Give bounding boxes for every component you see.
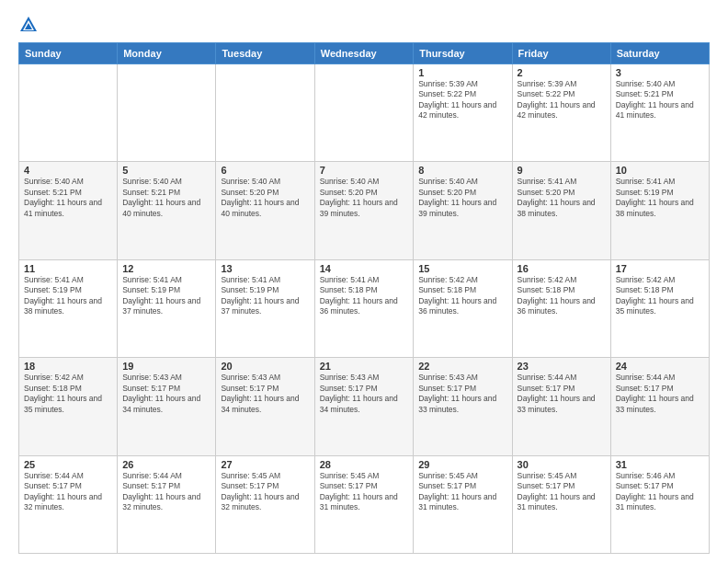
calendar-cell: 1Sunrise: 5:39 AM Sunset: 5:22 PM Daylig… <box>414 64 512 162</box>
page: Sunday Monday Tuesday Wednesday Thursday… <box>0 0 728 563</box>
day-number: 24 <box>616 361 704 372</box>
day-number: 20 <box>221 361 309 372</box>
day-number: 28 <box>320 459 409 470</box>
day-number: 27 <box>221 459 309 470</box>
calendar-table: Sunday Monday Tuesday Wednesday Thursday… <box>18 42 710 554</box>
calendar-cell: 19Sunrise: 5:43 AM Sunset: 5:17 PM Dayli… <box>118 358 216 455</box>
col-tuesday: Tuesday <box>216 43 314 64</box>
calendar-cell: 16Sunrise: 5:42 AM Sunset: 5:18 PM Dayli… <box>512 259 610 357</box>
day-info: Sunrise: 5:39 AM Sunset: 5:22 PM Dayligh… <box>518 79 606 121</box>
calendar-cell: 2Sunrise: 5:39 AM Sunset: 5:22 PM Daylig… <box>512 64 610 162</box>
logo <box>18 15 42 35</box>
calendar-cell: 20Sunrise: 5:43 AM Sunset: 5:17 PM Dayli… <box>216 358 314 455</box>
day-number: 19 <box>122 361 210 372</box>
day-number: 29 <box>418 459 506 470</box>
day-info: Sunrise: 5:41 AM Sunset: 5:20 PM Dayligh… <box>518 177 606 219</box>
day-number: 15 <box>418 263 506 274</box>
col-wednesday: Wednesday <box>314 43 414 64</box>
day-number: 25 <box>24 459 112 470</box>
day-info: Sunrise: 5:42 AM Sunset: 5:18 PM Dayligh… <box>418 275 506 317</box>
calendar-cell <box>314 64 414 162</box>
calendar-week-row: 11Sunrise: 5:41 AM Sunset: 5:19 PM Dayli… <box>19 259 710 357</box>
day-info: Sunrise: 5:40 AM Sunset: 5:20 PM Dayligh… <box>320 177 409 219</box>
calendar-cell: 12Sunrise: 5:41 AM Sunset: 5:19 PM Dayli… <box>118 259 216 357</box>
day-info: Sunrise: 5:46 AM Sunset: 5:17 PM Dayligh… <box>616 471 704 513</box>
day-info: Sunrise: 5:44 AM Sunset: 5:17 PM Dayligh… <box>122 471 210 513</box>
day-info: Sunrise: 5:42 AM Sunset: 5:18 PM Dayligh… <box>24 373 112 415</box>
calendar-header-row: Sunday Monday Tuesday Wednesday Thursday… <box>19 43 710 64</box>
day-number: 21 <box>320 361 409 372</box>
calendar-cell: 6Sunrise: 5:40 AM Sunset: 5:20 PM Daylig… <box>216 162 314 259</box>
day-info: Sunrise: 5:42 AM Sunset: 5:18 PM Dayligh… <box>616 275 704 317</box>
calendar-cell: 7Sunrise: 5:40 AM Sunset: 5:20 PM Daylig… <box>314 162 414 259</box>
day-info: Sunrise: 5:44 AM Sunset: 5:17 PM Dayligh… <box>616 373 704 415</box>
day-number: 18 <box>24 361 112 372</box>
day-info: Sunrise: 5:41 AM Sunset: 5:19 PM Dayligh… <box>122 275 210 317</box>
day-info: Sunrise: 5:40 AM Sunset: 5:21 PM Dayligh… <box>122 177 210 219</box>
calendar-week-row: 25Sunrise: 5:44 AM Sunset: 5:17 PM Dayli… <box>19 455 710 553</box>
day-number: 16 <box>518 263 606 274</box>
calendar-week-row: 4Sunrise: 5:40 AM Sunset: 5:21 PM Daylig… <box>19 162 710 259</box>
col-sunday: Sunday <box>19 43 118 64</box>
calendar-cell: 5Sunrise: 5:40 AM Sunset: 5:21 PM Daylig… <box>118 162 216 259</box>
day-number: 23 <box>518 361 606 372</box>
day-info: Sunrise: 5:45 AM Sunset: 5:17 PM Dayligh… <box>320 471 409 513</box>
day-info: Sunrise: 5:41 AM Sunset: 5:19 PM Dayligh… <box>221 275 309 317</box>
day-info: Sunrise: 5:40 AM Sunset: 5:20 PM Dayligh… <box>221 177 309 219</box>
calendar-cell: 9Sunrise: 5:41 AM Sunset: 5:20 PM Daylig… <box>512 162 610 259</box>
day-info: Sunrise: 5:41 AM Sunset: 5:19 PM Dayligh… <box>24 275 112 317</box>
calendar-cell: 23Sunrise: 5:44 AM Sunset: 5:17 PM Dayli… <box>512 358 610 455</box>
calendar-week-row: 1Sunrise: 5:39 AM Sunset: 5:22 PM Daylig… <box>19 64 710 162</box>
calendar-cell: 21Sunrise: 5:43 AM Sunset: 5:17 PM Dayli… <box>314 358 414 455</box>
day-number: 2 <box>518 67 606 78</box>
day-number: 10 <box>616 165 704 176</box>
calendar-cell <box>118 64 216 162</box>
day-number: 17 <box>616 263 704 274</box>
day-info: Sunrise: 5:43 AM Sunset: 5:17 PM Dayligh… <box>320 373 409 415</box>
calendar-cell: 3Sunrise: 5:40 AM Sunset: 5:21 PM Daylig… <box>610 64 709 162</box>
day-info: Sunrise: 5:41 AM Sunset: 5:19 PM Dayligh… <box>616 177 704 219</box>
day-info: Sunrise: 5:44 AM Sunset: 5:17 PM Dayligh… <box>518 373 606 415</box>
day-info: Sunrise: 5:44 AM Sunset: 5:17 PM Dayligh… <box>24 471 112 513</box>
day-info: Sunrise: 5:40 AM Sunset: 5:21 PM Dayligh… <box>616 79 704 121</box>
day-number: 9 <box>518 165 606 176</box>
day-info: Sunrise: 5:45 AM Sunset: 5:17 PM Dayligh… <box>518 471 606 513</box>
calendar-cell <box>19 64 118 162</box>
calendar-cell: 14Sunrise: 5:41 AM Sunset: 5:18 PM Dayli… <box>314 259 414 357</box>
day-info: Sunrise: 5:45 AM Sunset: 5:17 PM Dayligh… <box>418 471 506 513</box>
calendar-cell: 28Sunrise: 5:45 AM Sunset: 5:17 PM Dayli… <box>314 455 414 553</box>
calendar-cell: 26Sunrise: 5:44 AM Sunset: 5:17 PM Dayli… <box>118 455 216 553</box>
calendar-cell: 29Sunrise: 5:45 AM Sunset: 5:17 PM Dayli… <box>414 455 512 553</box>
day-info: Sunrise: 5:42 AM Sunset: 5:18 PM Dayligh… <box>518 275 606 317</box>
day-number: 5 <box>122 165 210 176</box>
day-number: 22 <box>418 361 506 372</box>
day-info: Sunrise: 5:45 AM Sunset: 5:17 PM Dayligh… <box>221 471 309 513</box>
calendar-week-row: 18Sunrise: 5:42 AM Sunset: 5:18 PM Dayli… <box>19 358 710 455</box>
day-number: 1 <box>418 67 506 78</box>
header <box>18 15 710 35</box>
calendar-cell: 24Sunrise: 5:44 AM Sunset: 5:17 PM Dayli… <box>610 358 709 455</box>
day-number: 11 <box>24 263 112 274</box>
day-number: 14 <box>320 263 409 274</box>
calendar-cell: 4Sunrise: 5:40 AM Sunset: 5:21 PM Daylig… <box>19 162 118 259</box>
day-info: Sunrise: 5:43 AM Sunset: 5:17 PM Dayligh… <box>221 373 309 415</box>
calendar-cell: 17Sunrise: 5:42 AM Sunset: 5:18 PM Dayli… <box>610 259 709 357</box>
calendar-cell: 13Sunrise: 5:41 AM Sunset: 5:19 PM Dayli… <box>216 259 314 357</box>
calendar-cell: 18Sunrise: 5:42 AM Sunset: 5:18 PM Dayli… <box>19 358 118 455</box>
calendar-cell: 10Sunrise: 5:41 AM Sunset: 5:19 PM Dayli… <box>610 162 709 259</box>
day-number: 12 <box>122 263 210 274</box>
general-blue-logo-icon <box>18 15 39 35</box>
day-number: 26 <box>122 459 210 470</box>
day-info: Sunrise: 5:40 AM Sunset: 5:21 PM Dayligh… <box>24 177 112 219</box>
day-number: 13 <box>221 263 309 274</box>
day-number: 30 <box>518 459 606 470</box>
calendar-cell: 8Sunrise: 5:40 AM Sunset: 5:20 PM Daylig… <box>414 162 512 259</box>
calendar-cell: 15Sunrise: 5:42 AM Sunset: 5:18 PM Dayli… <box>414 259 512 357</box>
day-info: Sunrise: 5:40 AM Sunset: 5:20 PM Dayligh… <box>418 177 506 219</box>
calendar-cell: 30Sunrise: 5:45 AM Sunset: 5:17 PM Dayli… <box>512 455 610 553</box>
calendar-cell <box>216 64 314 162</box>
col-saturday: Saturday <box>610 43 709 64</box>
day-number: 3 <box>616 67 704 78</box>
day-info: Sunrise: 5:43 AM Sunset: 5:17 PM Dayligh… <box>418 373 506 415</box>
day-info: Sunrise: 5:43 AM Sunset: 5:17 PM Dayligh… <box>122 373 210 415</box>
